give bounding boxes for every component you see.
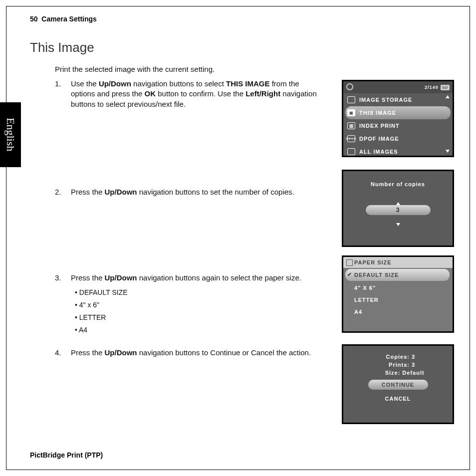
paper-size-header: PAPER SIZE — [343, 257, 453, 268]
bullet-item: 4" x 6" — [75, 300, 319, 310]
step-1: 1. Use the Up/Down navigation buttons to… — [55, 79, 319, 109]
clock-icon — [346, 83, 353, 90]
cancel-button[interactable]: CANCEL — [343, 396, 453, 402]
sd-icon: SD — [441, 85, 450, 90]
step-3: 3. Press the Up/Down navigation buttons … — [55, 273, 319, 338]
language-tab: English — [0, 102, 21, 167]
image-counter: 2/140 — [425, 85, 439, 90]
section-title: Camera Settings — [41, 15, 96, 23]
bullet-item: A4 — [75, 325, 319, 335]
summary-lines: Copies:3 Prints:3 Size:Default — [343, 346, 453, 376]
step-body: Press the Up/Down navigation buttons to … — [71, 348, 319, 358]
lcd-copies-screen: Number of copies 3 — [342, 170, 454, 247]
step-2: 2. Press the Up/Down navigation buttons … — [55, 187, 319, 197]
bullet-item: DEFAULT SIZE — [75, 288, 319, 297]
grid-icon — [347, 122, 355, 129]
page-title: This Image — [30, 40, 94, 55]
step-number: 3. — [55, 273, 71, 338]
menu-item-image-storage[interactable]: IMAGE STORAGE — [343, 93, 453, 106]
lcd-paper-size-screen: PAPER SIZE ✔DEFAULT SIZE 4" X 6" LETTER … — [342, 255, 454, 333]
intro-text: Print the selected image with the curren… — [55, 65, 215, 73]
step-number: 4. — [55, 348, 71, 358]
image-icon: ▣ — [347, 109, 355, 116]
copies-title: Number of copies — [343, 181, 453, 187]
summary-copies: Copies:3 — [343, 354, 453, 360]
up-arrow-icon — [446, 95, 450, 98]
dpof-icon: DPOF — [347, 135, 355, 142]
summary-size: Size:Default — [343, 370, 453, 376]
lcd-confirm-screen: Copies:3 Prints:3 Size:Default CONTINUE … — [342, 344, 454, 424]
menu-item-all-images[interactable]: ALL IMAGES — [343, 145, 453, 158]
summary-prints: Prints:3 — [343, 362, 453, 368]
storage-icon — [347, 96, 355, 103]
up-arrow-icon[interactable] — [396, 202, 400, 205]
step-body: Use the Up/Down navigation buttons to se… — [71, 79, 319, 109]
step-body: Press the Up/Down navigation buttons to … — [71, 187, 319, 197]
step-4: 4. Press the Up/Down navigation buttons … — [55, 348, 319, 358]
step-body: Press the Up/Down navigation buttons aga… — [71, 273, 319, 338]
page-number: 50 — [30, 15, 38, 23]
continue-button[interactable]: CONTINUE — [368, 380, 428, 390]
lcd-menu-screen: 2/140 SD IMAGE STORAGE ▣THIS IMAGE INDEX… — [342, 80, 454, 157]
lcd-status-bar: 2/140 SD — [343, 81, 453, 93]
steps-list: 1. Use the Up/Down navigation buttons to… — [55, 79, 319, 358]
copies-value[interactable]: 3 — [366, 205, 431, 215]
stack-icon — [347, 148, 355, 155]
menu-item-index-print[interactable]: INDEX PRINT — [343, 119, 453, 132]
menu-item-dpof-image[interactable]: DPOFDPOF IMAGE — [343, 132, 453, 145]
paper-size-bullets: DEFAULT SIZE 4" x 6" LETTER A4 — [75, 288, 319, 335]
paper-size-letter[interactable]: LETTER — [343, 294, 453, 306]
paper-size-a4[interactable]: A4 — [343, 306, 453, 318]
check-icon: ✔ — [347, 271, 352, 278]
footer-text: PictBridge Print (PTP) — [30, 451, 103, 459]
step-number: 1. — [55, 79, 71, 109]
page-header: 50 Camera Settings — [30, 15, 97, 23]
paper-size-4x6[interactable]: 4" X 6" — [343, 282, 453, 294]
bullet-item: LETTER — [75, 313, 319, 322]
step-number: 2. — [55, 187, 71, 197]
paper-size-default[interactable]: ✔DEFAULT SIZE — [345, 269, 450, 281]
menu-item-this-image[interactable]: ▣THIS IMAGE — [345, 106, 451, 119]
down-arrow-icon[interactable] — [396, 223, 400, 226]
down-arrow-icon — [446, 150, 450, 153]
